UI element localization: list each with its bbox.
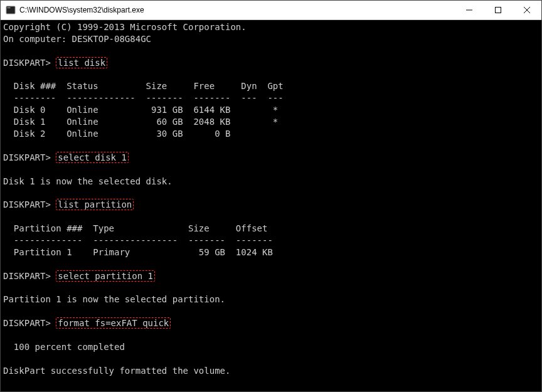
prompt: DISKPART> [3,271,51,281]
msg-progress: 100 percent completed [3,342,125,352]
prompt: DISKPART> [3,389,51,391]
disk-row: Disk 1 Online 60 GB 2048 KB * [3,117,278,127]
disk-header: Disk ### Status Size Free Dyn Gpt [3,81,284,91]
msg-success: DiskPart successfully formatted the volu… [3,366,230,376]
computer-line: On computer: DESKTOP-08G84GC [3,34,151,44]
partition-row: Partition 1 Primary 59 GB 1024 KB [3,247,273,257]
svg-rect-1 [8,8,11,8]
prompt: DISKPART> [3,152,51,162]
svg-rect-0 [6,6,15,14]
command-list-partition: list partition [56,199,134,210]
prompt: DISKPART> [3,58,51,68]
partition-divider: ------------- ---------------- ------- -… [3,235,273,245]
disk-divider: -------- ------------- ------- ------- -… [3,93,284,103]
titlebar[interactable]: C:\WINDOWS\system32\diskpart.exe [1,1,541,20]
prompt: DISKPART> [3,199,51,209]
console-window: C:\WINDOWS\system32\diskpart.exe Copyrig… [0,0,542,392]
maximize-button[interactable] [484,1,513,19]
command-format: format fs=exFAT quick [56,317,171,329]
command-select-partition: select partition 1 [56,270,155,282]
copyright-line: Copyright (C) 1999-2013 Microsoft Corpor… [3,22,247,32]
window-title: C:\WINDOWS\system32\diskpart.exe [19,6,455,14]
msg-disk-selected: Disk 1 is now the selected disk. [3,176,173,186]
command-list-disk: list disk [56,57,107,68]
svg-rect-3 [496,8,501,13]
command-select-disk: select disk 1 [56,152,129,163]
window-controls [455,1,541,19]
prompt: DISKPART> [3,318,51,328]
app-icon [6,5,16,15]
minimize-button[interactable] [455,1,484,19]
partition-header: Partition ### Type Size Offset [3,223,267,233]
console-area[interactable]: Copyright (C) 1999-2013 Microsoft Corpor… [1,20,541,391]
disk-row: Disk 0 Online 931 GB 6144 KB * [3,105,278,115]
disk-row: Disk 2 Online 30 GB 0 B [3,129,230,139]
close-button[interactable] [513,1,541,19]
msg-partition-selected: Partition 1 is now the selected partitio… [3,294,225,304]
